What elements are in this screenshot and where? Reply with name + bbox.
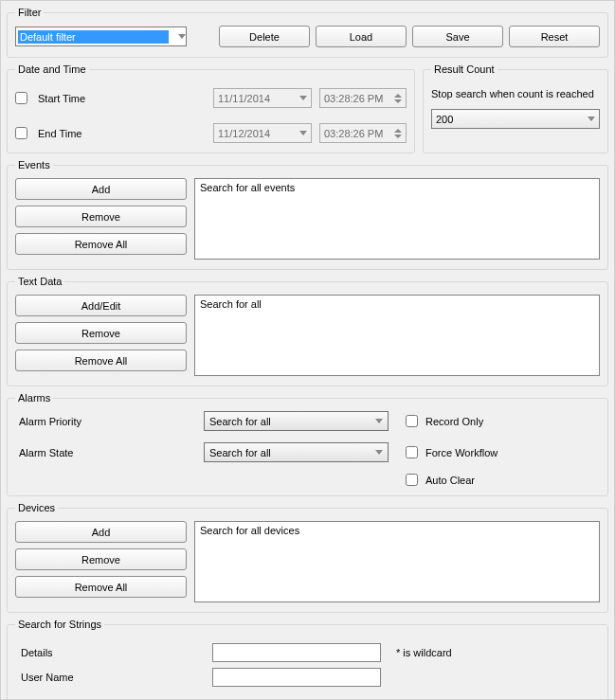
start-time-input[interactable]: 03:28:26 PM	[319, 88, 407, 108]
details-input[interactable]	[212, 643, 381, 662]
events-remove-all-button[interactable]: Remove All	[15, 233, 187, 255]
textdata-remove-button[interactable]: Remove	[15, 322, 187, 344]
events-legend: Events	[15, 159, 53, 171]
auto-clear-label: Auto Clear	[425, 475, 475, 486]
end-date-input[interactable]: 11/12/2014	[213, 123, 312, 143]
save-button[interactable]: Save	[412, 26, 503, 47]
filter-group: Filter Default filter Delete Load Save R…	[7, 7, 608, 58]
chevron-down-icon	[299, 131, 307, 135]
events-add-button[interactable]: Add	[15, 178, 187, 200]
events-list-item: Search for all events	[200, 182, 295, 193]
chevron-down-icon	[178, 34, 186, 39]
end-time-label: End Time	[38, 128, 81, 139]
result-count-group: Result Count Stop search when count is r…	[423, 63, 608, 153]
datetime-group: Date and Time Start Time 11/11/2014 03:2…	[7, 63, 415, 153]
alarm-state-label: Alarm State	[15, 447, 187, 458]
devices-remove-button[interactable]: Remove	[15, 548, 187, 570]
devices-listbox[interactable]: Search for all devices	[194, 521, 600, 602]
alarm-priority-label: Alarm Priority	[15, 416, 187, 427]
load-button[interactable]: Load	[316, 26, 407, 47]
username-input[interactable]	[212, 668, 381, 687]
auto-clear-checkbox[interactable]	[406, 474, 418, 486]
devices-remove-all-button[interactable]: Remove All	[15, 576, 187, 598]
record-only-checkbox[interactable]	[406, 415, 418, 427]
details-label: Details	[21, 647, 78, 658]
result-count-select[interactable]: 200	[431, 109, 600, 129]
textdata-listbox[interactable]: Search for all	[194, 295, 600, 376]
strings-legend: Search for Strings	[15, 619, 104, 630]
result-count-label: Stop search when count is reached	[431, 88, 600, 99]
reset-button[interactable]: Reset	[509, 26, 600, 47]
username-label: User Name	[21, 672, 78, 683]
textdata-group: Text Data Add/Edit Remove Remove All Sea…	[7, 276, 608, 386]
devices-group: Devices Add Remove Remove All Search for…	[7, 502, 608, 613]
devices-add-button[interactable]: Add	[15, 521, 187, 543]
textdata-remove-all-button[interactable]: Remove All	[15, 350, 187, 371]
textdata-legend: Text Data	[15, 276, 64, 287]
chevron-down-icon	[588, 117, 595, 121]
record-only-label: Record Only	[425, 416, 483, 427]
force-workflow-checkbox[interactable]	[406, 446, 418, 458]
chevron-down-icon	[375, 450, 383, 455]
strings-group: Search for Strings Details * is wildcard…	[7, 619, 608, 700]
spinner-icon	[394, 94, 402, 103]
start-time-label: Start Time	[38, 93, 85, 104]
force-workflow-label: Force Workflow	[425, 447, 497, 458]
events-remove-button[interactable]: Remove	[15, 206, 187, 227]
start-date-input[interactable]: 11/11/2014	[213, 88, 312, 108]
end-time-input[interactable]: 03:28:26 PM	[319, 123, 407, 143]
alarms-group: Alarms Alarm Priority Search for all Rec…	[7, 392, 608, 496]
chevron-down-icon	[375, 419, 383, 423]
end-time-checkbox[interactable]	[15, 127, 27, 139]
alarm-priority-select[interactable]: Search for all	[204, 411, 389, 431]
textdata-addedit-button[interactable]: Add/Edit	[15, 295, 187, 316]
filter-legend: Filter	[15, 7, 44, 18]
events-group: Events Add Remove Remove All Search for …	[7, 159, 608, 270]
devices-list-item: Search for all devices	[200, 525, 299, 536]
filter-select[interactable]: Default filter	[15, 27, 187, 46]
wildcard-hint: * is wildcard	[396, 647, 452, 658]
events-listbox[interactable]: Search for all events	[194, 178, 600, 260]
devices-legend: Devices	[15, 502, 58, 513]
alarms-legend: Alarms	[15, 392, 53, 404]
datetime-legend: Date and Time	[15, 63, 89, 75]
spinner-icon	[394, 129, 402, 138]
alarm-state-select[interactable]: Search for all	[204, 442, 389, 462]
start-time-checkbox[interactable]	[15, 92, 27, 104]
result-count-legend: Result Count	[431, 63, 497, 75]
textdata-list-item: Search for all	[200, 298, 262, 310]
chevron-down-icon	[299, 96, 307, 100]
delete-button[interactable]: Delete	[219, 26, 310, 47]
